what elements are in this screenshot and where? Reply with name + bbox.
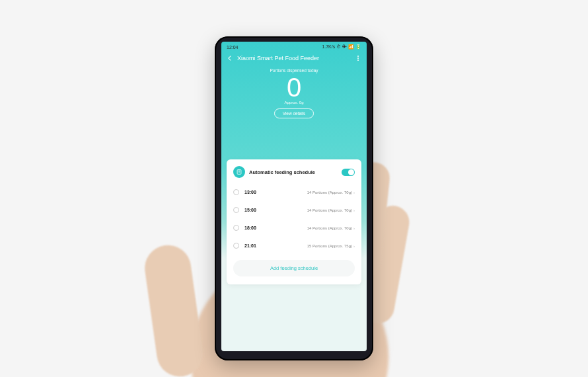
schedule-row[interactable]: 15:00 14 Portions (Approx. 70g) › [233,201,355,219]
chevron-right-icon: › [353,244,355,248]
phone-screen: 12:04 1.7K/s ⏱ ✈ 📶 🔋 Xiaomi Smart Pet Fo… [221,42,367,351]
schedule-time: 15:00 [244,208,256,212]
chevron-right-icon: › [353,208,355,212]
portions-label: Portions dispensed today [221,68,367,73]
status-indicators: 1.7K/s ⏱ ✈ 📶 🔋 [322,44,361,50]
chevron-right-icon: › [353,226,355,230]
page-title: Xiaomi Smart Pet Food Feeder [237,55,351,62]
schedule-detail: 14 Portions (Approx. 70g) › [307,226,355,230]
schedule-detail: 14 Portions (Approx. 70g) › [307,190,355,194]
schedule-detail: 15 Portions (Approx. 75g) › [307,244,355,248]
phone-frame: 12:04 1.7K/s ⏱ ✈ 📶 🔋 Xiaomi Smart Pet Fo… [215,36,373,360]
more-icon[interactable] [355,56,361,61]
schedule-row[interactable]: 21:01 15 Portions (Approx. 75g) › [233,237,355,255]
radio-icon[interactable] [233,243,239,249]
schedule-time: 21:01 [244,243,256,248]
schedule-toggle[interactable] [342,169,355,176]
schedule-card: Automatic feeding schedule 13:00 14 Port… [227,159,361,284]
schedule-row[interactable]: 18:00 14 Portions (Approx. 70g) › [233,219,355,237]
schedule-detail: 14 Portions (Approx. 70g) › [307,208,355,212]
chevron-right-icon: › [353,190,355,194]
radio-icon[interactable] [233,189,239,195]
radio-icon[interactable] [233,225,239,231]
portions-approx: Approx. 0g [221,101,367,105]
schedule-time: 13:00 [244,190,256,194]
view-details-button[interactable]: View details [274,108,314,118]
hero-section: Portions dispensed today 0 Approx. 0g Vi… [221,65,367,125]
status-time: 12:04 [227,45,239,50]
schedule-icon [233,166,245,178]
add-schedule-button[interactable]: Add feeding schedule [233,260,355,276]
back-icon[interactable] [227,55,233,62]
radio-icon[interactable] [233,207,239,213]
schedule-title: Automatic feeding schedule [249,169,338,175]
status-bar: 12:04 1.7K/s ⏱ ✈ 📶 🔋 [221,42,367,52]
app-bar: Xiaomi Smart Pet Food Feeder [221,52,367,65]
schedule-header: Automatic feeding schedule [233,166,355,178]
schedule-time: 18:00 [244,226,256,230]
schedule-row[interactable]: 13:00 14 Portions (Approx. 70g) › [233,183,355,201]
portions-value: 0 [221,74,367,101]
